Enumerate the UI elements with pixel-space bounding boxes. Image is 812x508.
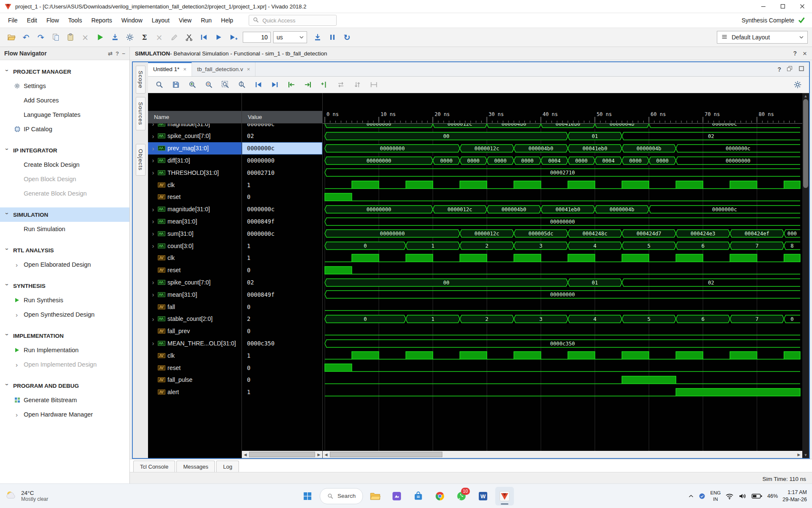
menu-run[interactable]: Run — [196, 13, 217, 28]
tool-play-button[interactable] — [211, 30, 225, 44]
bottom-tab-tcl-console[interactable]: Tcl Console — [133, 461, 175, 472]
wave-row-stable-count-2-0[interactable]: 012345670 — [323, 313, 802, 325]
flownav-item-run-implementation[interactable]: Run Implementation — [0, 343, 129, 357]
signal-value-fall-pulse[interactable]: 0 — [242, 374, 322, 386]
menu-flow[interactable]: Flow — [42, 13, 64, 28]
tool-sigma-button[interactable]: Σ — [137, 30, 151, 44]
flownav-title-simulation[interactable]: ›SIMULATION — [0, 207, 129, 222]
tool-delete-button[interactable]: × — [78, 30, 92, 44]
signal-value-spike-count-7-0[interactable]: 02 — [242, 276, 322, 289]
signal-row-spike-count-7-0[interactable]: ›spike_count[7:0] — [148, 276, 241, 289]
taskbar-app-explorer[interactable] — [366, 487, 384, 505]
battery-icon[interactable] — [752, 493, 763, 499]
flownav-item-open-elaborated-design[interactable]: ›Open Elaborated Design — [0, 257, 129, 272]
tool-redo-button[interactable]: ↷ — [34, 30, 48, 44]
flownav-title-rtl-analysis[interactable]: ›RTL ANALYSIS — [0, 243, 129, 257]
flow-navigator-header-icons[interactable]: ⇄ ? − — [108, 50, 125, 57]
signal-row-spike-count-7-0[interactable]: ›spike_count[7:0] — [148, 130, 241, 142]
signal-row-diff-31-0[interactable]: ›diff[31:0] — [148, 155, 241, 167]
flownav-item-generate-block-design[interactable]: Generate Block Design — [0, 186, 129, 201]
wave-tool-swap-h-button[interactable] — [335, 79, 347, 91]
flownav-item-settings[interactable]: Settings — [0, 79, 129, 93]
close-icon[interactable]: × — [183, 66, 187, 72]
signal-value-fall[interactable]: 0 — [242, 301, 322, 313]
signal-row-prev-mag-31-0[interactable]: ›prev_mag[31:0] — [148, 142, 241, 155]
flownav-title-implementation[interactable]: ›IMPLEMENTATION — [0, 329, 129, 343]
signal-value-magnitude-31-0[interactable]: 0000000c — [242, 203, 322, 215]
flownav-item-language-templates[interactable]: Language Templates — [0, 108, 129, 122]
close-button[interactable] — [793, 0, 812, 13]
signal-value-reset[interactable]: 0 — [242, 264, 322, 276]
waveform-area[interactable]: 000000000000012c000004b000041eb00000004b… — [323, 124, 802, 451]
menu-tools[interactable]: Tools — [63, 13, 87, 28]
wave-row-magnitude-31-0[interactable]: 000000000000012c000004b000041eb00000004b… — [323, 203, 802, 215]
wave-row-diff-31-0[interactable]: 0000000000000000000000000004000000040000… — [323, 155, 802, 167]
signal-row-fall-prev[interactable]: fall_prev — [148, 325, 241, 337]
side-tab-sources[interactable]: Sources — [136, 97, 145, 130]
tool-down-bar-button[interactable] — [310, 30, 324, 44]
scroll-left-icon[interactable]: ◀ — [323, 453, 329, 457]
tool-open-folder-button[interactable] — [4, 30, 18, 44]
tray-app-icon[interactable] — [699, 493, 705, 500]
float-window-icon[interactable] — [786, 65, 793, 73]
signal-value-mean-31-0[interactable]: 0000849f — [242, 288, 322, 301]
signal-row-mean-thre-old-31-0[interactable]: ›MEAN_THRE...OLD[31:0] — [148, 337, 241, 350]
flownav-title-ip-integrator[interactable]: ›IP INTEGRATOR — [0, 143, 129, 157]
wave-tool-add-marker-button[interactable] — [318, 79, 331, 91]
minimize-button[interactable] — [754, 0, 773, 13]
editor-tab-tb-fall-detection-v[interactable]: tb_fall_detection.v× — [192, 62, 255, 76]
wave-row-mean-31-0[interactable]: 00000000 — [323, 215, 802, 228]
wave-tool-zoom-cursor-button[interactable] — [236, 79, 248, 91]
flownav-title-program-and-debug[interactable]: ›PROGRAM AND DEBUG — [0, 378, 129, 393]
signal-row-clk[interactable]: clk — [148, 349, 241, 362]
signal-row-count-3-0[interactable]: ›count[3:0] — [148, 240, 241, 252]
wave-row-magnitude-31-0[interactable]: 000000000000012c000004b000041eb00000004b… — [323, 124, 802, 130]
signal-row-reset[interactable]: reset — [148, 191, 241, 203]
signal-row-magnitude-31-0[interactable]: ›magnitude[31:0] — [148, 203, 241, 215]
scroll-right-icon[interactable]: ▶ — [796, 453, 802, 457]
taskbar-app-word[interactable]: W — [474, 487, 492, 505]
signal-value-mean-31-0[interactable]: 0000849f — [242, 215, 322, 228]
taskbar-app-chrome[interactable] — [431, 487, 449, 505]
signal-row-fall[interactable]: fall — [148, 301, 241, 313]
tool-run-button[interactable] — [93, 30, 107, 44]
wave-tool-zoom-out-button[interactable] — [203, 79, 215, 91]
value-hscrollbar[interactable]: ◀ ▶ — [242, 451, 322, 458]
scroll-right-icon[interactable]: ▶ — [315, 453, 322, 457]
wave-vscrollbar[interactable]: ▲ ▼ — [802, 93, 809, 458]
flownav-item-open-implemented-design[interactable]: ›Open Implemented Design — [0, 357, 129, 372]
flownav-item-generate-bitstream[interactable]: Generate Bitstream — [0, 393, 129, 407]
signal-value-clk[interactable]: 1 — [242, 179, 322, 191]
signal-row-mean-31-0[interactable]: ›mean[31:0] — [148, 215, 241, 228]
wave-tool-prev-trans-button[interactable] — [285, 79, 298, 91]
tool-cancel-button[interactable]: × — [152, 30, 166, 44]
wave-tool-goto-end-button[interactable] — [269, 79, 281, 91]
maximize-panel-icon[interactable] — [798, 65, 805, 73]
tool-play-time-button[interactable] — [226, 30, 240, 44]
signal-value-sum-31-0[interactable]: 0000000c — [242, 227, 322, 240]
wave-row-fall[interactable] — [323, 301, 802, 313]
flownav-item-open-block-design[interactable]: Open Block Design — [0, 172, 129, 186]
bottom-tab-log[interactable]: Log — [216, 461, 239, 472]
flownav-title-synthesis[interactable]: ›SYNTHESIS — [0, 279, 129, 293]
flownav-item-ip-catalog[interactable]: IP Catalog — [0, 122, 129, 136]
taskbar-app-whatsapp[interactable]: 10 — [452, 487, 471, 505]
wave-row-reset[interactable] — [323, 362, 802, 374]
signal-value-count-3-0[interactable]: 1 — [242, 240, 322, 252]
wave-tool-next-trans-button[interactable] — [302, 79, 314, 91]
volume-icon[interactable] — [738, 493, 747, 500]
signal-value-clk[interactable]: 1 — [242, 252, 322, 264]
wave-hscrollbar[interactable]: ◀ ▶ — [323, 451, 802, 458]
scroll-up-icon[interactable]: ▲ — [802, 94, 809, 98]
run-time-input[interactable] — [243, 32, 271, 43]
value-column-header[interactable]: Value — [242, 111, 322, 124]
close-icon[interactable]: × — [803, 50, 807, 57]
signal-value-alert[interactable]: 1 — [242, 386, 322, 398]
menu-layout[interactable]: Layout — [147, 13, 174, 28]
tool-to-start-button[interactable] — [197, 30, 211, 44]
wave-row-clk[interactable] — [323, 252, 802, 264]
scroll-thumb[interactable] — [249, 452, 315, 457]
signal-value-clk[interactable]: 1 — [242, 349, 322, 362]
tool-paste-button[interactable] — [63, 30, 77, 44]
taskbar-app-store[interactable] — [409, 487, 428, 505]
